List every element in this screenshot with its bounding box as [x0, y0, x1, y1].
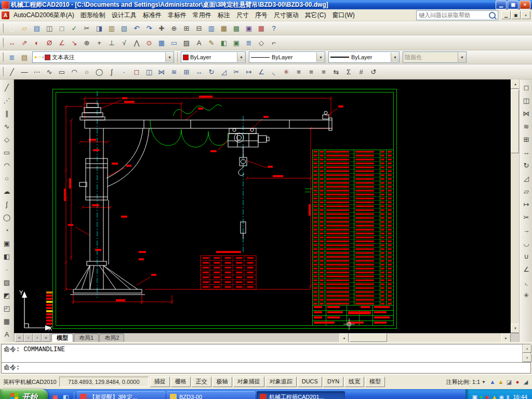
offset-icon[interactable]: ≋ [521, 121, 532, 132]
trim-icon[interactable]: ✂ [230, 65, 243, 78]
dim-radius-icon[interactable]: ◐ [31, 36, 43, 49]
chamfer-icon[interactable]: ∠ [521, 263, 532, 275]
layer-properties-manager-icon[interactable]: ≣ [6, 51, 18, 63]
region-icon[interactable]: ◰ [1, 302, 13, 314]
parts-list-icon[interactable]: ▦ [155, 36, 168, 49]
toolbar-grip[interactable] [2, 52, 4, 62]
minimize-button[interactable]: ▁ [496, 1, 507, 9]
copy-icon[interactable]: ◫ [521, 95, 532, 107]
scale-icon[interactable]: ◿ [218, 65, 230, 78]
tool-palettes-icon[interactable]: ▩ [230, 22, 243, 34]
new-file-icon[interactable]: ▢ [6, 22, 18, 34]
construction-line-icon[interactable]: ⋯ [31, 65, 43, 78]
revision-cloud-icon[interactable]: ☁ [1, 185, 13, 197]
break-icon[interactable]: ◡ [521, 237, 532, 249]
sum-icon[interactable]: Σ [342, 65, 355, 78]
vertical-scroll-track[interactable] [511, 89, 519, 324]
surface-finish-icon[interactable]: √ [118, 36, 130, 49]
task-folder-bzd3[interactable]: BZD3-00 [167, 391, 255, 399]
toggle-grid[interactable]: 栅格 [171, 377, 191, 387]
construction-line-icon[interactable]: ⋰ [1, 95, 13, 107]
line-icon[interactable]: ╱ [1, 82, 13, 94]
extend-icon[interactable]: → [521, 224, 532, 236]
spline-icon[interactable]: ∫ [1, 198, 13, 210]
dropdown-arrow-icon[interactable] [165, 52, 174, 62]
copy-icon[interactable]: ◨ [93, 22, 105, 34]
arc-icon[interactable]: ◠ [68, 65, 81, 78]
point-icon[interactable]: · [118, 65, 130, 78]
polygon-icon[interactable]: ◇ [1, 134, 13, 145]
annotation-visibility-icon[interactable]: ▲ [488, 378, 497, 386]
plot-icon[interactable]: ◫ [43, 22, 56, 34]
tray-volume-icon[interactable]: ◉ [499, 394, 504, 399]
zoom-window-icon[interactable]: ⊞ [180, 22, 193, 34]
doc-minimize-button[interactable]: ▁ [501, 11, 511, 19]
toggle-model-space[interactable]: 模型 [365, 377, 385, 387]
zoom-realtime-icon[interactable]: ⊕ [168, 22, 180, 34]
align-center-icon[interactable]: ≡ [305, 65, 317, 78]
ellipse-arc-icon[interactable]: ◔ [1, 224, 13, 236]
layers-icon[interactable]: ≣ [243, 36, 255, 49]
mirror-icon[interactable]: ⋈ [521, 108, 532, 119]
dim-linear-icon[interactable]: ↔ [6, 36, 18, 49]
tolerance-icon[interactable]: ⊕ [81, 36, 93, 49]
rectangle-icon[interactable]: ▭ [56, 65, 68, 78]
fillet-icon[interactable]: ◟ [521, 276, 532, 288]
toolbar-lock-icon[interactable]: ◪ [505, 378, 513, 386]
menu-graphics-draw[interactable]: 图形绘制 [77, 10, 109, 21]
dropdown-arrow-icon[interactable] [237, 52, 245, 62]
make-block-icon[interactable]: ◧ [1, 250, 13, 262]
dim-aligned-icon[interactable]: ⇗ [18, 36, 31, 49]
redo-icon[interactable]: ↷ [143, 22, 155, 34]
multiline-icon[interactable]: ∥ [1, 108, 13, 119]
center-mark-icon[interactable]: + [93, 36, 105, 49]
restore-button[interactable]: ▣ [508, 1, 518, 9]
calculator-icon[interactable]: ▦ [255, 22, 268, 34]
dropdown-arrow-icon[interactable] [391, 52, 399, 62]
balloon-icon[interactable]: ⊙ [143, 36, 155, 49]
cut-icon[interactable]: ✂ [81, 22, 93, 34]
toggle-polar[interactable]: 极轴 [212, 377, 232, 387]
menu-other[interactable]: 其它(C) [302, 10, 329, 21]
tab-model[interactable]: 模型 [51, 334, 73, 342]
menu-dimension[interactable]: 尺寸 [233, 10, 252, 21]
trim-icon[interactable]: ✂ [521, 211, 532, 223]
tab-layout2[interactable]: 布局2 [99, 334, 124, 342]
annotation-scale-control[interactable]: 注释比例: 1:1 ▼ [445, 378, 487, 386]
menu-autocad2006[interactable]: AutoCAD2006菜单(A) [10, 10, 77, 21]
horizontal-scroll-thumb[interactable] [350, 334, 387, 342]
fillet-icon[interactable]: ◟ [268, 65, 280, 78]
drawing-canvas[interactable]: Y X [14, 79, 511, 333]
chamfer-icon[interactable]: ∠ [255, 65, 268, 78]
toggle-lineweight[interactable]: 线宽 [344, 377, 364, 387]
associativity-icon[interactable]: ● [513, 378, 522, 386]
insert-block-icon[interactable]: ▣ [1, 237, 13, 249]
close-button[interactable]: × [520, 1, 530, 9]
doc-close-button[interactable]: × [521, 11, 530, 19]
rotate-icon[interactable]: ↻ [521, 159, 532, 171]
title-block-icon[interactable]: ▭ [168, 36, 180, 49]
tray-update-icon[interactable]: ▲ [491, 394, 497, 399]
rotate-icon[interactable]: ↻ [205, 65, 218, 78]
move-icon[interactable]: ↔ [521, 147, 532, 158]
task-qq-notice[interactable]: 【新提醒】3吨定... [77, 391, 165, 399]
toolbar-grip[interactable] [2, 38, 4, 47]
osnap-settings-icon[interactable]: ◇ [255, 36, 268, 49]
dropdown-arrow-icon[interactable] [316, 52, 325, 62]
command-scroll-down-button[interactable]: ▾ [523, 354, 531, 362]
rectangle-icon[interactable]: ▭ [1, 147, 13, 158]
pan-icon[interactable]: ✚ [155, 22, 168, 34]
menu-balloon[interactable]: 序号 [252, 10, 271, 21]
menu-nonstandard-parts[interactable]: 非标件 [165, 10, 190, 21]
menu-standard-parts[interactable]: 标准件 [140, 10, 165, 21]
chevron-down-icon[interactable]: ▼ [482, 380, 486, 384]
text-icon[interactable]: A [193, 36, 205, 49]
open-file-icon[interactable]: ▱ [18, 22, 31, 34]
circle-icon[interactable]: ○ [81, 65, 93, 78]
acad-menu-icon[interactable]: A [2, 11, 9, 19]
help-search-input[interactable] [418, 11, 489, 19]
copy-object-icon[interactable]: ◫ [143, 65, 155, 78]
toolbar-grip[interactable] [2, 67, 4, 76]
distribute-icon[interactable]: ⇆ [330, 65, 342, 78]
tab-layout1[interactable]: 布局1 [74, 334, 99, 342]
